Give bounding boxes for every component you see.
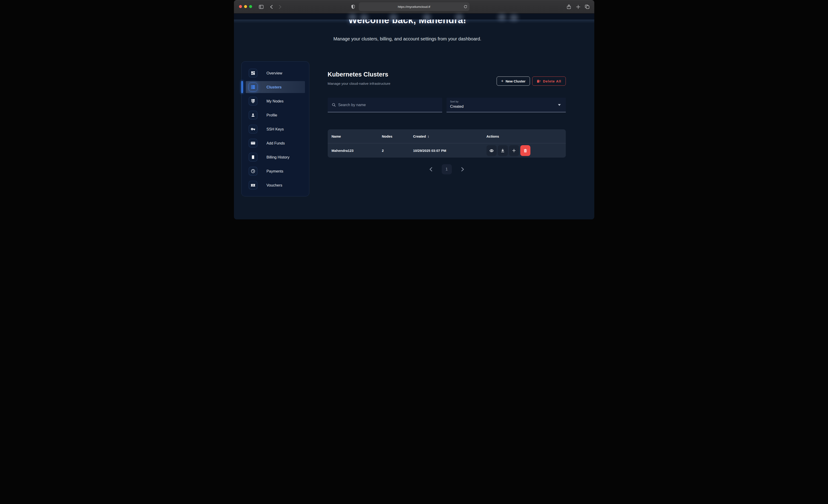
sidebar-item-profile[interactable]: Profile [246,109,305,121]
nodes-icon [249,97,257,106]
sidebar-item-label: Payments [266,169,283,173]
servers-icon [249,83,257,91]
sort-arrows-icon: ↕ [427,134,429,138]
sidebar-item-overview[interactable]: Overview [246,67,305,79]
sidebar-nav: Overview Clusters [241,61,309,197]
next-page-button[interactable] [461,167,464,172]
reload-icon[interactable] [464,4,467,9]
page-title: Kubernetes Clusters [328,71,388,78]
cell-node-count: 2 [382,149,413,153]
welcome-subtitle: Manage your clusters, billing, and accou… [234,36,581,42]
column-header-created[interactable]: Created ↕ [413,134,487,138]
add-node-button[interactable] [509,145,519,156]
row-actions [487,145,566,156]
sort-dropdown[interactable]: Sort by Created [447,98,566,112]
screenshot-stage: https://myceliumcloud.tf [234,0,594,219]
close-window-button[interactable] [239,5,242,8]
sidebar-item-label: Profile [266,113,277,117]
clusters-table: Name Nodes Created ↕ Actions Mahendra123… [328,129,566,158]
sidebar-toggle-icon[interactable] [258,0,265,13]
sidebar-item-label: Add Funds [266,141,285,145]
key-icon [249,125,257,133]
forward-icon[interactable] [277,0,283,13]
search-input[interactable] [338,103,435,107]
pagination: 1 [328,164,566,174]
url-text: https://myceliumcloud.tf [398,5,430,8]
view-cluster-button[interactable] [487,145,497,156]
sidebar-item-billing-history[interactable]: Billing History [246,151,305,163]
page-number[interactable]: 1 [442,164,452,174]
eye-icon [489,149,494,153]
sidebar-item-label: Vouchers [266,183,282,187]
search-field[interactable] [328,98,442,112]
clock-icon [249,167,257,175]
new-cluster-label: New Cluster [506,79,526,83]
delete-all-button[interactable]: Delete All [532,77,566,86]
share-icon[interactable] [566,0,572,13]
chevron-down-icon [558,104,561,106]
plus-icon: + [501,79,503,84]
sidebar-item-label: My Nodes [266,99,284,103]
glow-blob [348,14,357,20]
tab-overview-icon[interactable] [584,0,590,13]
filters-row: Sort by Created [328,98,566,112]
search-icon [332,103,336,107]
receipt-icon [249,153,257,162]
column-header-actions: Actions [487,134,566,138]
column-header-name: Name [332,134,382,138]
credit-card-icon [249,139,257,148]
zoom-window-button[interactable] [249,5,252,8]
download-kubeconfig-button[interactable] [498,145,508,156]
new-cluster-button[interactable]: + New Cluster [497,77,530,86]
back-icon[interactable] [268,0,275,13]
browser-toolbar: https://myceliumcloud.tf [234,0,594,13]
sidebar-item-label: SSH Keys [266,127,284,131]
glow-blob [510,14,518,21]
cell-created-date: 10/29/2025 03:07 PM [413,149,487,153]
table-header-row: Name Nodes Created ↕ Actions [328,129,566,143]
sort-label: Sort by [450,100,566,103]
column-header-nodes: Nodes [382,134,413,138]
shield-icon[interactable] [350,0,356,13]
top-clip-strip [234,13,594,19]
sort-value: Created [450,104,566,109]
delete-sweep-icon [537,79,541,83]
glow-blob [423,14,431,21]
glow-blob [455,14,463,20]
address-bar[interactable]: https://myceliumcloud.tf [359,2,469,11]
sidebar-item-label: Clusters [266,85,282,89]
glow-blob [498,14,506,20]
sidebar-item-vouchers[interactable]: Vouchers [246,179,305,191]
header-buttons: + New Cluster Delete All [497,77,566,86]
glow-blob [360,14,368,21]
dashboard-icon [249,69,257,77]
plus-icon [512,149,516,153]
sidebar-item-my-nodes[interactable]: My Nodes [246,95,305,107]
sidebar-item-ssh-keys[interactable]: SSH Keys [246,123,305,135]
glow-blob [389,14,398,21]
browser-window: https://myceliumcloud.tf [234,0,594,219]
dashboard-page: Welcome back, Mahendra! Manage your clus… [234,13,594,219]
sidebar-item-add-funds[interactable]: Add Funds [246,137,305,149]
sidebar-item-clusters[interactable]: Clusters [246,81,305,93]
ticket-icon [249,181,257,190]
previous-page-button[interactable] [429,167,432,172]
created-header-label: Created [413,134,426,138]
sidebar-item-label: Overview [266,71,282,75]
delete-all-label: Delete All [543,79,562,83]
delete-cluster-button[interactable] [520,145,530,156]
minimize-window-button[interactable] [244,5,247,8]
cell-cluster-name: Mahendra123 [332,149,382,153]
new-tab-icon[interactable] [575,0,581,13]
header-glow [234,19,594,23]
table-row: Mahendra123 2 10/29/2025 03:07 PM [328,143,566,158]
sidebar-item-payments[interactable]: Payments [246,165,305,177]
sidebar-item-label: Billing History [266,155,290,159]
user-icon [249,111,257,120]
download-icon [500,149,505,153]
page-subtitle: Manage your cloud-native infrastructure [328,82,390,86]
trash-icon [523,149,527,153]
